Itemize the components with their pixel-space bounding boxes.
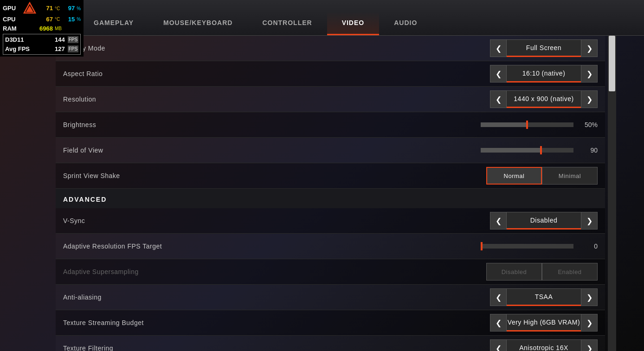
adaptive-res-row: Adaptive Resolution FPS Target 0	[56, 234, 605, 259]
avg-fps-unit: FPS	[68, 45, 78, 52]
texture-budget-label: Texture Streaming Budget	[63, 319, 490, 326]
d3d11-fps-val: 144	[50, 35, 65, 45]
antialiasing-label: Anti-aliasing	[63, 294, 490, 301]
antialiasing-value: TSAA	[507, 288, 581, 306]
tab-controller[interactable]: CONTROLLER	[247, 12, 327, 35]
resolution-value: 1440 x 900 (native)	[507, 90, 581, 108]
texture-filtering-left-btn[interactable]: ❮	[490, 339, 507, 351]
adaptive-res-handle	[481, 242, 483, 250]
ram-unit: MB	[55, 25, 62, 32]
brightness-value: 50%	[579, 121, 598, 128]
fov-slider[interactable]	[481, 148, 573, 153]
sprint-view-row: Sprint View Shake Normal Minimal	[56, 163, 605, 189]
cpu-usage-val: 15	[62, 15, 75, 24]
gpu-label: GPU	[3, 4, 21, 13]
main-content: Display Mode ❮ Full Screen ❯ Aspect Rati…	[56, 36, 616, 351]
texture-filtering-right-btn[interactable]: ❯	[581, 339, 598, 351]
brightness-slider[interactable]	[481, 122, 573, 127]
texture-budget-left-btn[interactable]: ❮	[490, 314, 507, 332]
scrollbar[interactable]	[608, 36, 616, 351]
texture-filtering-label: Texture Filtering	[63, 345, 490, 351]
brightness-fill	[481, 122, 527, 127]
adaptive-disabled-btn[interactable]: Disabled	[486, 263, 542, 281]
aspect-ratio-right-btn[interactable]: ❯	[581, 65, 598, 83]
fov-label: Field of View	[63, 147, 481, 154]
adaptive-super-label: Adaptive Supersampling	[63, 268, 486, 275]
antialiasing-control: ❮ TSAA ❯	[490, 288, 598, 306]
antialiasing-right-btn[interactable]: ❯	[581, 288, 598, 306]
brightness-control: 50%	[481, 121, 598, 128]
adaptive-res-value: 0	[579, 243, 598, 250]
resolution-label: Resolution	[63, 96, 490, 103]
cpu-label: CPU	[3, 15, 21, 24]
fov-row: Field of View 90	[56, 138, 605, 163]
tab-audio[interactable]: AUDIO	[379, 12, 432, 35]
gpu-usage-unit: %	[77, 5, 81, 12]
hw-monitor: GPU 71 °C 97 % CPU 67 °C 15 % RAM 6968 M…	[0, 0, 84, 57]
texture-budget-control: ❮ Very High (6GB VRAM) ❯	[490, 314, 598, 332]
resolution-left-btn[interactable]: ❮	[490, 90, 507, 108]
texture-budget-right-btn[interactable]: ❯	[581, 314, 598, 332]
texture-budget-value: Very High (6GB VRAM)	[507, 314, 581, 332]
adaptive-super-row: Adaptive Supersampling Disabled Enabled	[56, 259, 605, 285]
vsync-label: V-Sync	[63, 217, 490, 224]
display-mode-left-btn[interactable]: ❮	[490, 39, 507, 57]
advanced-label: ADVANCED	[63, 196, 107, 203]
texture-filtering-row: Texture Filtering ❮ Anisotropic 16X ❯	[56, 336, 605, 351]
display-mode-row: Display Mode ❮ Full Screen ❯	[56, 36, 605, 61]
display-mode-value: Full Screen	[507, 39, 581, 57]
apex-logo-icon	[23, 2, 36, 15]
d3d11-label: D3D11	[5, 35, 24, 45]
tab-video[interactable]: VIDEO	[327, 12, 380, 35]
fov-fill	[481, 148, 541, 153]
vsync-control: ❮ Disabled ❯	[490, 212, 598, 230]
fov-control: 90	[481, 147, 598, 154]
cpu-temp-val: 67	[38, 15, 53, 24]
gpu-usage-val: 97	[62, 4, 75, 13]
adaptive-res-control: 0	[481, 243, 598, 250]
adaptive-super-control: Disabled Enabled	[486, 263, 598, 281]
adaptive-res-label: Adaptive Resolution FPS Target	[63, 243, 481, 250]
cpu-usage-unit: %	[77, 16, 81, 23]
texture-filtering-control: ❮ Anisotropic 16X ❯	[490, 339, 598, 351]
gpu-temp-val: 71	[38, 4, 53, 13]
brightness-row: Brightness 50%	[56, 112, 605, 138]
ram-val: 6968	[38, 24, 53, 33]
sprint-normal-btn[interactable]: Normal	[486, 167, 542, 185]
aspect-ratio-left-btn[interactable]: ❮	[490, 65, 507, 83]
antialiasing-left-btn[interactable]: ❮	[490, 288, 507, 306]
brightness-handle	[526, 121, 528, 129]
fps-box: D3D11 144 FPS Avg FPS 127 FPS	[3, 34, 81, 55]
display-mode-label: Display Mode	[63, 45, 490, 52]
resolution-control: ❮ 1440 x 900 (native) ❯	[490, 90, 598, 108]
avg-fps-val: 127	[50, 45, 65, 54]
advanced-section-header: ADVANCED	[56, 189, 605, 208]
scrollbar-thumb[interactable]	[609, 36, 615, 91]
aspect-ratio-row: Aspect Ratio ❮ 16:10 (native) ❯	[56, 61, 605, 87]
tab-gameplay[interactable]: GAMEPLAY	[79, 12, 148, 35]
gpu-temp-unit: °C	[55, 5, 60, 12]
nav-tabs: GAMEPLAY MOUSE/KEYBOARD CONTROLLER VIDEO…	[79, 0, 644, 36]
sprint-view-control: Normal Minimal	[486, 167, 598, 185]
vsync-left-btn[interactable]: ❮	[490, 212, 507, 230]
antialiasing-row: Anti-aliasing ❮ TSAA ❯	[56, 285, 605, 310]
cpu-temp-unit: °C	[55, 16, 60, 23]
settings-list: Display Mode ❮ Full Screen ❯ Aspect Rati…	[56, 36, 616, 351]
aspect-ratio-control: ❮ 16:10 (native) ❯	[490, 65, 598, 83]
adaptive-enabled-btn[interactable]: Enabled	[542, 263, 598, 281]
avg-fps-label: Avg FPS	[5, 45, 30, 54]
display-mode-right-btn[interactable]: ❯	[581, 39, 598, 57]
resolution-right-btn[interactable]: ❯	[581, 90, 598, 108]
aspect-ratio-label: Aspect Ratio	[63, 70, 490, 77]
d3d11-fps-unit: FPS	[68, 36, 78, 43]
sprint-view-label: Sprint View Shake	[63, 172, 486, 179]
tab-mouse-keyboard[interactable]: MOUSE/KEYBOARD	[148, 12, 247, 35]
sprint-minimal-btn[interactable]: Minimal	[542, 167, 598, 185]
vsync-right-btn[interactable]: ❯	[581, 212, 598, 230]
vsync-value: Disabled	[507, 212, 581, 230]
vsync-row: V-Sync ❮ Disabled ❯	[56, 208, 605, 234]
adaptive-res-fill	[481, 244, 482, 249]
adaptive-res-slider[interactable]	[481, 244, 573, 249]
fov-value: 90	[579, 147, 598, 154]
texture-filtering-value: Anisotropic 16X	[507, 339, 581, 351]
